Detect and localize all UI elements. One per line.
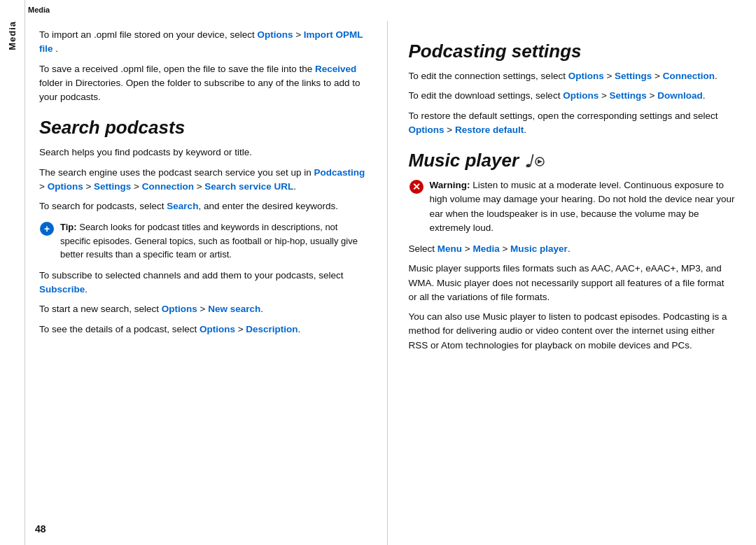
options-link-6[interactable]: Options — [563, 90, 598, 101]
search-para5: To start a new search, select Options > … — [39, 302, 366, 316]
description-link[interactable]: Description — [246, 324, 298, 334]
music-player-label: Music player — [409, 150, 519, 171]
warning-box: ✕ Warning: Listen to music at a moderate… — [409, 178, 736, 235]
intro-para2: To save a received .opml file, open the … — [39, 62, 366, 105]
right-column: Podcasting settings To edit the connecti… — [388, 21, 757, 545]
options-link-1[interactable]: Options — [257, 29, 293, 40]
connection-link[interactable]: Connection — [142, 181, 194, 192]
music-player-para6: You can also use Music player to listen … — [409, 310, 736, 353]
options-link-5[interactable]: Options — [568, 71, 604, 81]
music-player-para4: Select Menu > Media > Music player. — [409, 242, 736, 256]
search-para2: The search engine uses the podcast searc… — [39, 166, 366, 194]
subscribe-link[interactable]: Subscribe — [39, 284, 85, 295]
svg-text:♩: ♩ — [524, 152, 534, 170]
search-link[interactable]: Search — [167, 201, 198, 211]
svg-text:+: + — [44, 223, 50, 234]
podcasting-settings-heading: Podcasting settings — [409, 41, 736, 62]
podcast-settings-para1: To edit the connection settings, select … — [409, 69, 736, 83]
music-player-para5: Music player supports files formats such… — [409, 262, 736, 304]
search-para6: To see the details of a podcast, select … — [39, 323, 366, 337]
menu-link[interactable]: Menu — [438, 243, 462, 254]
content-area: To import an .opml file stored on your d… — [25, 0, 756, 545]
received-link[interactable]: Received — [315, 64, 356, 74]
media-link[interactable]: Media — [472, 243, 499, 254]
search-podcasts-heading: Search podcasts — [39, 117, 366, 139]
podcasting-link[interactable]: Podcasting — [314, 167, 365, 178]
left-column: To import an .opml file stored on your d… — [25, 21, 388, 545]
settings-link-2[interactable]: Settings — [615, 71, 652, 81]
warning-text: Warning: Listen to music at a moderate l… — [430, 178, 736, 235]
page-number: 48 — [35, 523, 46, 535]
download-link[interactable]: Download — [657, 90, 703, 101]
tip-label: Tip: — [60, 222, 77, 232]
options-link-7[interactable]: Options — [409, 125, 444, 135]
music-player-link[interactable]: Music player — [510, 243, 568, 254]
svg-marker-4 — [538, 160, 542, 164]
page: Media Media To import an .opml file stor… — [0, 0, 756, 545]
options-link-3[interactable]: Options — [162, 304, 197, 314]
music-player-heading: Music player ♩ — [409, 150, 736, 171]
new-search-link[interactable]: New search — [208, 304, 260, 314]
settings-link-1[interactable]: Settings — [94, 181, 131, 192]
tip-text: Tip: Search looks for podcast titles and… — [60, 220, 366, 262]
side-tab: Media — [0, 0, 25, 545]
search-para3: To search for podcasts, select Search, a… — [39, 199, 366, 213]
connection-link-2[interactable]: Connection — [663, 71, 715, 81]
top-label: Media — [28, 6, 50, 14]
options-link-2[interactable]: Options — [48, 181, 83, 192]
tip-icon: + — [39, 221, 55, 236]
search-para4: To subscribe to selected channels and ad… — [39, 269, 366, 297]
tip-content: Search looks for podcast titles and keyw… — [60, 222, 358, 260]
warning-icon: ✕ — [409, 179, 424, 194]
warning-content: Listen to music at a moderate level. Con… — [430, 180, 735, 233]
search-service-url-link[interactable]: Search service URL — [204, 181, 293, 192]
settings-link-3[interactable]: Settings — [610, 90, 647, 101]
podcast-settings-para3: To restore the default settings, open th… — [409, 109, 736, 138]
tip-box: + Tip: Search looks for podcast titles a… — [39, 220, 366, 262]
search-para1: Search helps you find podcasts by keywor… — [39, 146, 366, 160]
warning-label: Warning: — [430, 180, 470, 190]
restore-default-link[interactable]: Restore default — [455, 125, 524, 135]
intro-para1: To import an .opml file stored on your d… — [39, 28, 366, 57]
music-note-icon: ♩ — [524, 152, 545, 170]
svg-text:✕: ✕ — [412, 181, 421, 192]
options-link-4[interactable]: Options — [200, 324, 235, 334]
podcast-settings-para2: To edit the download settings, select Op… — [409, 89, 736, 103]
side-tab-label: Media — [7, 21, 18, 50]
